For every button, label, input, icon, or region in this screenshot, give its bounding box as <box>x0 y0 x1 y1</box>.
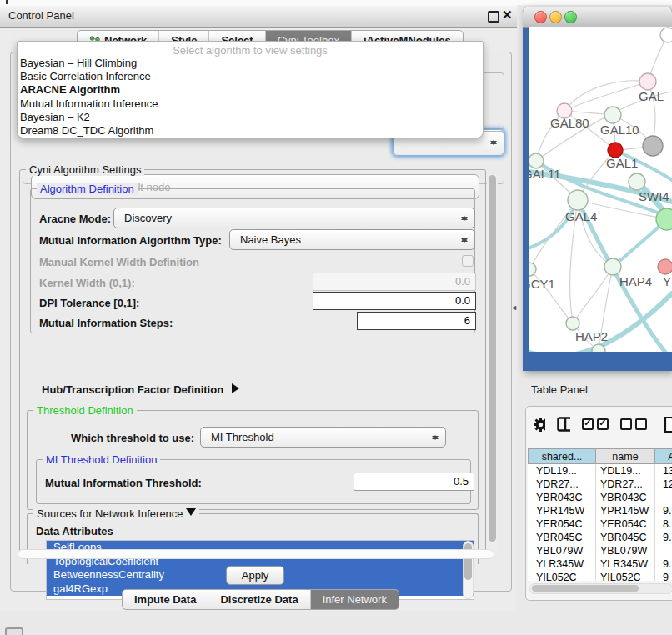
network-edge[interactable] <box>564 82 648 111</box>
hub-section-toggle[interactable]: Hub/Transcription Factor Definition <box>42 383 244 396</box>
table-cell[interactable]: YDL19... <box>596 464 655 478</box>
aracne-mode-combobox[interactable]: Discovery <box>113 208 475 228</box>
network-node-hap2[interactable] <box>566 317 579 330</box>
table-cell[interactable] <box>655 544 672 558</box>
table-cell[interactable]: YBR045C <box>528 531 596 544</box>
table-cell[interactable]: 12 <box>655 478 672 491</box>
sources-toggle[interactable]: Sources for Network Inference <box>33 508 199 520</box>
float-window-icon[interactable] <box>488 11 499 22</box>
table-cell[interactable]: YBR043C <box>528 491 596 504</box>
network-node[interactable] <box>643 136 663 156</box>
node-label: GAL80 <box>550 116 589 130</box>
table-cell[interactable]: YLR345W <box>596 558 655 571</box>
network-edge[interactable] <box>564 81 648 111</box>
table-row[interactable]: YLR345WYLR345W9. <box>528 558 672 571</box>
select-all-columns-icon[interactable] <box>582 418 609 430</box>
algorithm-option[interactable]: Basic Correlation Inference <box>18 70 483 83</box>
network-node-hap4[interactable] <box>604 258 621 275</box>
table-toolbar <box>533 413 672 435</box>
table-body: YDL19...YDL19...13YDR27...YDR27...12YBR0… <box>528 464 672 581</box>
mac-minimize-icon[interactable] <box>549 11 562 23</box>
network-canvas[interactable]: GALGAL80GAL10GAL1GAL11SWI4GAL4GCY1HAP4YH… <box>529 27 672 352</box>
table-cell[interactable]: 9. <box>655 504 672 518</box>
table-cell[interactable]: YPR145W <box>596 504 655 518</box>
unselect-all-columns-icon[interactable] <box>620 418 647 430</box>
dpi-tolerance-field[interactable]: 0.0 <box>313 292 476 310</box>
mi-threshold-definition-group: MI Threshold Definition Mutual Informati… <box>36 459 471 504</box>
table-row[interactable]: YBR045CYBR045C9. <box>528 531 672 544</box>
table-cell[interactable]: 8. <box>655 518 672 531</box>
column-split-icon[interactable] <box>557 417 570 432</box>
network-node-y[interactable] <box>658 259 672 274</box>
settings-vscrollbar[interactable] <box>487 172 498 552</box>
table-row[interactable]: YBR043CYBR043C <box>528 491 672 504</box>
table-cell[interactable]: YBR043C <box>596 491 655 504</box>
which-threshold-combobox[interactable]: MI Threshold <box>200 427 446 448</box>
algorithm-option[interactable]: Dream8 DC_TDC Algorithm <box>18 124 483 138</box>
network-node-swi4[interactable] <box>629 173 645 190</box>
network-node-gal[interactable] <box>639 73 656 90</box>
algorithm-option[interactable]: Bayesian – Hill Climbing <box>18 57 483 70</box>
network-node[interactable] <box>656 208 672 230</box>
kernel-width-field[interactable]: 0.0 <box>313 272 476 291</box>
splitter-collapse-icon[interactable]: ◄ <box>510 303 518 312</box>
cyni-algorithm-settings-group: Cyni Algorithm Settings Algorithm Defini… <box>19 169 486 556</box>
mac-zoom-icon[interactable] <box>564 11 577 23</box>
manual-kernel-checkbox[interactable] <box>462 255 474 267</box>
mi-steps-field[interactable]: 6 <box>357 312 476 330</box>
column-header[interactable]: name <box>596 448 655 464</box>
table-cell[interactable]: 9 <box>655 571 672 581</box>
document-icon[interactable] <box>664 416 672 432</box>
table-cell[interactable]: YBL079W <box>596 544 655 558</box>
table-cell[interactable]: YBL079W <box>528 544 596 558</box>
table-hscrollbar[interactable] <box>529 583 672 594</box>
table-cell[interactable]: YER054C <box>596 518 655 531</box>
table-row[interactable]: YER054CYER054C8. <box>528 518 672 531</box>
table-row[interactable]: YDL19...YDL19...13 <box>528 464 672 478</box>
network-node[interactable] <box>660 28 672 42</box>
network-window-titlebar[interactable] <box>523 7 672 28</box>
network-node-gcy1[interactable] <box>529 262 536 276</box>
tab-infer-network[interactable]: Infer Network <box>311 590 399 609</box>
network-node-gal10[interactable] <box>604 107 621 123</box>
minimized-panel-icon[interactable] <box>5 628 23 635</box>
dpi-tolerance-label: DPI Tolerance [0,1]: <box>39 297 139 309</box>
scrollbar-thumb[interactable] <box>489 175 496 542</box>
network-node[interactable] <box>592 344 605 352</box>
table-cell[interactable]: YIL052C <box>596 571 655 581</box>
scrollbar-thumb[interactable] <box>532 585 639 592</box>
table-cell[interactable]: YER054C <box>528 518 596 531</box>
tab-impute-data[interactable]: Impute Data <box>123 590 208 609</box>
table-row[interactable]: YPR145WYPR145W9. <box>528 504 672 518</box>
algorithm-option[interactable]: Bayesian – K2 <box>18 111 483 124</box>
tab-discretize-data[interactable]: Discretize Data <box>208 590 310 609</box>
table-panel: shared...nameA YDL19...YDL19...13YDR27..… <box>525 406 672 601</box>
table-row[interactable]: YIL052CYIL052C9 <box>528 571 672 581</box>
settings-gear-icon[interactable] <box>533 417 545 432</box>
table-row[interactable]: YBL079WYBL079W <box>528 544 672 558</box>
table-cell[interactable]: YDL19... <box>528 464 596 478</box>
mac-close-icon[interactable] <box>534 11 547 23</box>
table-cell[interactable]: YDR27... <box>528 478 596 491</box>
apply-button[interactable]: Apply <box>226 566 284 585</box>
column-header[interactable]: A <box>655 448 672 464</box>
table-row[interactable]: YDR27...YDR27...12 <box>528 478 672 491</box>
column-header[interactable]: shared... <box>528 448 596 464</box>
network-node-gal4[interactable] <box>568 190 588 210</box>
algorithm-option[interactable]: ARACNE Algorithm <box>18 83 483 97</box>
algorithm-option[interactable]: Mutual Information Inference <box>18 98 483 111</box>
close-icon[interactable]: ✕ <box>502 8 513 22</box>
table-cell[interactable]: 9. <box>655 558 672 571</box>
table-cell[interactable]: 9. <box>655 531 672 544</box>
table-cell[interactable]: YPR145W <box>528 504 596 518</box>
settings-hscrollbar[interactable] <box>18 549 494 559</box>
mi-type-combobox[interactable]: Naive Bayes <box>229 229 475 250</box>
table-cell[interactable] <box>655 491 672 504</box>
mi-threshold-field[interactable]: 0.5 <box>354 472 474 491</box>
table-cell[interactable]: YIL052C <box>528 571 596 581</box>
table-cell[interactable]: 13 <box>655 464 672 478</box>
table-cell[interactable]: YBR045C <box>596 531 655 544</box>
table-cell[interactable]: YLR345W <box>528 558 596 571</box>
table-cell[interactable]: YDR27... <box>596 478 655 491</box>
network-edge[interactable] <box>573 267 613 323</box>
